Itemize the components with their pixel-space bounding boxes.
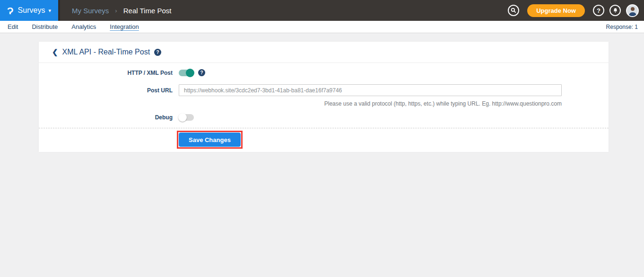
user-avatar[interactable] xyxy=(626,4,639,17)
topbar-actions: Upgrade Now ? xyxy=(508,4,644,17)
product-name: Surveys xyxy=(18,6,45,15)
question-mark-icon: ? xyxy=(597,7,600,14)
questionpro-logo-icon: Ɂ xyxy=(7,6,14,16)
post-url-row: Post URL xyxy=(39,84,562,96)
tab-analytics[interactable]: Analytics xyxy=(71,23,96,30)
tab-integration[interactable]: Integration xyxy=(110,23,139,30)
tab-distribute[interactable]: Distribute xyxy=(32,23,58,30)
breadcrumb-current-survey: Real Time Post xyxy=(123,7,172,15)
toggle-knob xyxy=(186,69,194,77)
response-count: Response: 1 xyxy=(606,24,644,30)
product-switcher[interactable]: Ɂ Surveys ▾ xyxy=(0,0,60,21)
breadcrumb: My Surveys › Real Time Post xyxy=(72,7,171,15)
chevron-down-icon: ▾ xyxy=(48,8,51,14)
post-url-input[interactable] xyxy=(179,84,562,96)
http-xml-post-help-icon[interactable]: ? xyxy=(198,69,205,76)
post-url-label: Post URL xyxy=(39,87,173,94)
card-header: ❮ XML API - Real-Time Post ? xyxy=(39,42,609,63)
http-xml-post-toggle[interactable] xyxy=(179,70,194,76)
page-title: XML API - Real-Time Post xyxy=(62,48,150,56)
upgrade-now-button[interactable]: Upgrade Now xyxy=(527,4,585,17)
save-highlight-box: Save Changes xyxy=(177,131,243,149)
save-changes-button[interactable]: Save Changes xyxy=(179,133,241,147)
search-icon xyxy=(510,7,517,14)
survey-subnav: Edit Distribute Analytics Integration Re… xyxy=(0,21,644,33)
subnav-tabs: Edit Distribute Analytics Integration xyxy=(0,23,139,30)
url-protocol-hint: Please use a valid protocol (http, https… xyxy=(179,100,562,107)
http-xml-post-row: HTTP / XML Post ? xyxy=(39,69,205,76)
integration-settings-card: ❮ XML API - Real-Time Post ? HTTP / XML … xyxy=(39,42,609,152)
breadcrumb-separator-icon: › xyxy=(115,7,117,14)
back-chevron-icon[interactable]: ❮ xyxy=(52,48,58,56)
bell-icon xyxy=(612,8,618,14)
footer-divider xyxy=(39,128,609,128)
debug-toggle[interactable] xyxy=(179,114,194,121)
toggle-knob xyxy=(178,113,187,122)
debug-row: Debug xyxy=(39,114,194,121)
http-xml-post-label: HTTP / XML Post xyxy=(39,70,173,76)
notifications-button[interactable] xyxy=(609,5,621,16)
debug-label: Debug xyxy=(39,114,173,121)
breadcrumb-my-surveys[interactable]: My Surveys xyxy=(72,7,109,15)
search-button[interactable] xyxy=(508,5,519,16)
top-navbar: Ɂ Surveys ▾ My Surveys › Real Time Post … xyxy=(0,0,644,21)
tab-edit[interactable]: Edit xyxy=(8,23,18,30)
title-help-icon[interactable]: ? xyxy=(154,49,161,56)
help-button[interactable]: ? xyxy=(593,5,604,16)
